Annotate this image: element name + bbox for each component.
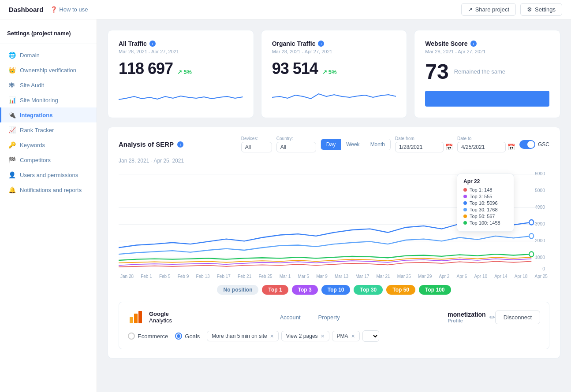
- top10-dot: [463, 201, 467, 205]
- goals-radio-label[interactable]: Goals: [175, 333, 200, 340]
- svg-point-14: [529, 233, 534, 239]
- sidebar-item-label: Ownership verification: [20, 67, 76, 74]
- share-project-button[interactable]: ↗ Share project: [461, 3, 516, 16]
- goals-radio[interactable]: [175, 333, 182, 340]
- tags-row: More than 5 min on site ✕ View 2 pages ✕…: [207, 330, 379, 342]
- legend-top50[interactable]: Top 50: [386, 285, 415, 295]
- crown-icon: 👑: [8, 67, 15, 74]
- tag-chip-2: PMA ✕: [332, 331, 360, 341]
- how-to-use-label: How to use: [59, 6, 88, 13]
- x-label: Apr 6: [456, 274, 467, 279]
- ga-edit-button[interactable]: ✏: [489, 313, 495, 322]
- tooltip-top3-label: Top 3: 555: [470, 194, 492, 199]
- how-to-use-link[interactable]: ❓ How to use: [50, 6, 88, 13]
- gsc-toggle-switch[interactable]: [519, 140, 535, 149]
- x-label: Apr 10: [474, 274, 487, 279]
- period-week-button[interactable]: Week: [341, 139, 365, 150]
- settings-button[interactable]: ⚙ Settings: [520, 3, 562, 16]
- all-traffic-info-icon[interactable]: i: [149, 41, 156, 47]
- country-select[interactable]: All: [276, 142, 316, 152]
- date-to-input[interactable]: [457, 142, 506, 152]
- ecommerce-radio[interactable]: [128, 333, 135, 340]
- svg-text:5000: 5000: [535, 187, 545, 193]
- legend-top100[interactable]: Top 100: [419, 285, 451, 295]
- sidebar-item-keywords[interactable]: 🔑 Keywords: [0, 137, 97, 152]
- chart-tooltip: Apr 22 Top 1: 148 Top 3: 555 Top 10: 509…: [457, 174, 514, 232]
- x-label: Feb 9: [178, 274, 189, 279]
- ga-account: Account: [280, 314, 301, 321]
- date-from-label: Date from: [395, 136, 453, 141]
- period-buttons: Day Week Month: [321, 139, 391, 150]
- legend-top10[interactable]: Top 10: [321, 285, 351, 295]
- serp-header: Analysis of SERP i Devices: All Country:…: [119, 136, 549, 152]
- all-traffic-value: 118 697: [119, 59, 173, 78]
- serp-date-range: Jan 28, 2021 - Apr 25, 2021: [119, 158, 549, 164]
- period-month-button[interactable]: Month: [365, 139, 390, 150]
- nav-left: Dashboard ❓ How to use: [9, 6, 88, 13]
- tag-label-0: More than 5 min on site: [212, 333, 267, 339]
- tag-more-select[interactable]: [362, 330, 379, 342]
- tooltip-date: Apr 22: [463, 178, 508, 185]
- sidebar-item-users[interactable]: 👤 Users and permissions: [0, 167, 97, 182]
- tag-remove-1[interactable]: ✕: [321, 333, 325, 339]
- metric-cards: All Traffic i Mar 28, 2021 - Apr 27, 202…: [108, 30, 560, 118]
- sidebar-item-site-monitoring[interactable]: 📊 Site Monitoring: [0, 92, 97, 107]
- tooltip-top1-label: Top 1: 148: [470, 187, 492, 192]
- ga-name: GoogleAnalytics: [149, 311, 172, 324]
- organic-traffic-chart: [272, 84, 396, 106]
- calendar-from-icon[interactable]: 📅: [445, 144, 453, 151]
- sidebar-project-name: Settings (project name): [0, 30, 97, 44]
- spider-icon: 🕷: [8, 81, 15, 89]
- website-score-info-icon[interactable]: i: [470, 41, 477, 47]
- ecommerce-label: Ecommerce: [138, 333, 168, 340]
- sidebar-item-rank-tracker[interactable]: 📈 Rank Tracker: [0, 122, 97, 137]
- organic-traffic-date: Mar 28, 2021 - Apr 27, 2021: [272, 49, 396, 54]
- main-content: All Traffic i Mar 28, 2021 - Apr 27, 202…: [97, 19, 571, 392]
- goals-radio-fill: [177, 334, 180, 338]
- ga-logo-row: GoogleAnalytics: [128, 309, 172, 325]
- tag-remove-0[interactable]: ✕: [270, 333, 274, 339]
- svg-text:3000: 3000: [535, 221, 545, 226]
- period-day-button[interactable]: Day: [321, 139, 341, 150]
- country-label: Country:: [276, 136, 316, 141]
- up-arrow-icon: ↗: [177, 69, 182, 75]
- svg-text:2000: 2000: [535, 237, 545, 243]
- serp-info-icon[interactable]: i: [177, 141, 183, 148]
- question-icon: ❓: [50, 6, 57, 13]
- x-label: Mar 29: [418, 274, 432, 279]
- legend-no-position[interactable]: No position: [217, 285, 258, 295]
- organic-traffic-info-icon[interactable]: i: [318, 41, 324, 47]
- top3-dot: [463, 195, 467, 198]
- legend-top30[interactable]: Top 30: [354, 285, 383, 295]
- top-nav: Dashboard ❓ How to use ↗ Share project ⚙…: [0, 0, 571, 19]
- ga-monetization: monetization Profile ✏: [448, 311, 495, 323]
- x-label: Feb 21: [238, 274, 251, 279]
- tag-remove-2[interactable]: ✕: [351, 333, 355, 339]
- sidebar-item-label: Users and permissions: [20, 172, 78, 178]
- sidebar-item-competitors[interactable]: 🏁 Competitors: [0, 152, 97, 167]
- tooltip-row-top1: Top 1: 148: [463, 187, 508, 192]
- date-from-input[interactable]: [395, 142, 444, 152]
- calendar-to-icon[interactable]: 📅: [508, 144, 515, 151]
- organic-traffic-title: Organic Traffic: [272, 40, 316, 47]
- monitor-icon: 📊: [8, 96, 15, 104]
- legend-top3[interactable]: Top 3: [292, 285, 318, 295]
- sidebar-item-ownership[interactable]: 👑 Ownership verification: [0, 63, 97, 78]
- ecommerce-radio-label[interactable]: Ecommerce: [128, 333, 168, 340]
- score-bar: [425, 91, 549, 107]
- sidebar-item-integrations[interactable]: 🔌 Integrations: [0, 107, 97, 122]
- ga-property: Property: [318, 314, 340, 321]
- organic-traffic-change: ↗ 5%: [322, 69, 337, 75]
- ga-disconnect-button[interactable]: Disconnect: [495, 311, 540, 324]
- sidebar-item-site-audit[interactable]: 🕷 Site Audit: [0, 78, 97, 92]
- legend-top1[interactable]: Top 1: [262, 285, 288, 295]
- ga-header: GoogleAnalytics Account Property monetiz…: [128, 309, 540, 325]
- tooltip-top50-label: Top 50: 567: [470, 214, 495, 219]
- organic-traffic-card: Organic Traffic i Mar 28, 2021 - Apr 27,…: [261, 30, 407, 118]
- sidebar-item-notifications[interactable]: 🔔 Notifications and reports: [0, 182, 97, 197]
- sidebar-item-domain[interactable]: 🌐 Domain: [0, 48, 97, 63]
- devices-select[interactable]: All: [241, 142, 272, 152]
- tooltip-row-top50: Top 50: 567: [463, 214, 508, 219]
- website-score-date: Mar 28, 2021 - Apr 27, 2021: [425, 49, 549, 54]
- x-label: Mar 21: [377, 274, 390, 279]
